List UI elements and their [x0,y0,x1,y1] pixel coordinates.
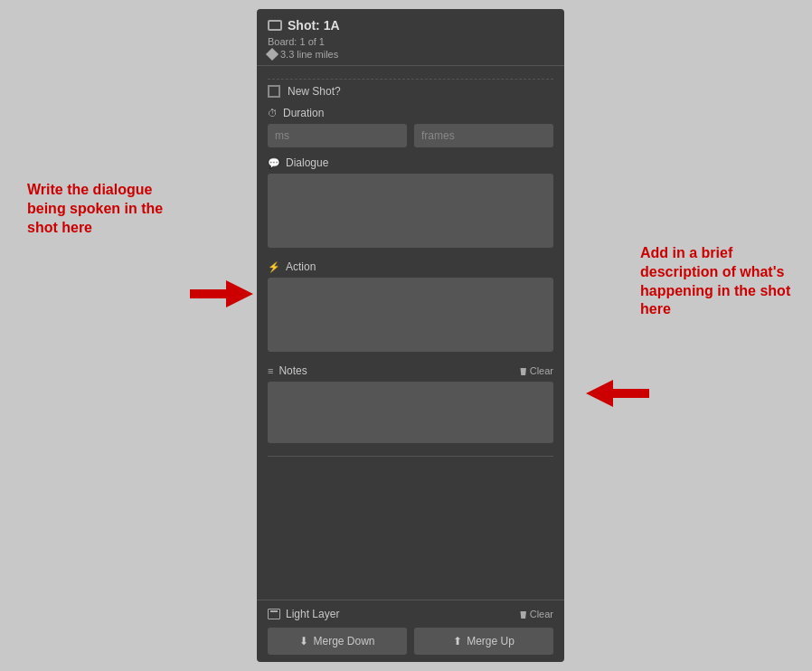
merge-down-label: Merge Down [313,635,374,647]
divider-2 [268,456,553,457]
svg-marker-1 [190,280,253,307]
notes-label: Notes [279,364,307,377]
dialogue-label: Dialogue [286,156,328,169]
arrow-left-icon [586,380,649,407]
clock-icon: ⏱ [268,108,278,118]
shot-title: Shot: 1A [288,18,340,33]
notes-header: ≡ Notes Clear [268,364,553,377]
merge-up-icon: ⬆ [453,635,462,647]
dialogue-icon: 💬 [268,157,280,169]
notes-textarea[interactable] [268,382,553,443]
duration-field: ⏱ Duration [268,107,553,147]
notes-clear-button[interactable]: Clear [520,365,553,376]
panel-title: Shot: 1A [268,18,553,33]
action-textarea[interactable] [268,278,553,352]
new-shot-checkbox[interactable] [268,85,280,98]
duration-label: Duration [283,107,324,119]
notes-icon: ≡ [268,365,273,376]
merge-up-label: Merge Up [467,635,515,647]
notes-field: ≡ Notes Clear [268,364,553,447]
duration-label-row: ⏱ Duration [268,107,553,119]
diamond-icon [266,48,279,61]
duration-inputs [268,124,553,147]
annotation-left: Write the dialogue being spoken in the s… [27,181,181,237]
merge-down-button[interactable]: ⬇ Merge Down [268,628,407,655]
merge-buttons: ⬇ Merge Down ⬆ Merge Up [268,628,553,655]
merge-up-button[interactable]: ⬆ Merge Up [414,628,553,655]
svg-marker-0 [586,380,649,407]
notes-label-row: ≡ Notes [268,364,307,377]
action-field: ⚡ Action [268,260,553,355]
new-shot-row: New Shot? [268,85,553,98]
light-layer-clear-button[interactable]: Clear [520,609,553,619]
divider-1 [268,79,553,80]
light-layer-header: Light Layer Clear [268,608,553,620]
annotation-right: Add in a brief description of what's hap… [640,244,794,319]
notes-trash-icon [520,366,527,375]
line-miles-value: 3.3 line miles [280,49,338,60]
merge-down-icon: ⬇ [299,635,308,647]
panel-content: New Shot? ⏱ Duration 💬 Dialogue ⚡ [257,66,564,600]
board-info: Board: 1 of 1 [268,36,553,47]
dialogue-field: 💬 Dialogue [268,156,553,251]
action-label-row: ⚡ Action [268,260,553,273]
shot-panel: Shot: 1A Board: 1 of 1 3.3 line miles Ne… [257,9,564,662]
light-layer-trash-icon [520,610,527,619]
notes-clear-label: Clear [530,365,553,376]
light-layer-label-row: Light Layer [268,608,339,620]
panel-header: Shot: 1A Board: 1 of 1 3.3 line miles [257,9,564,66]
panel-footer: Light Layer Clear ⬇ Merge Down ⬆ Merge U… [257,600,564,662]
dialogue-textarea[interactable] [268,174,553,248]
dialogue-label-row: 💬 Dialogue [268,156,553,169]
arrow-right-icon [190,280,253,307]
new-shot-label: New Shot? [288,85,341,98]
action-icon: ⚡ [268,261,280,273]
line-miles-row: 3.3 line miles [268,49,553,60]
light-layer-label: Light Layer [286,608,339,620]
light-layer-clear-label: Clear [530,609,553,619]
duration-frames-input[interactable] [414,124,553,147]
monitor-icon [268,20,282,31]
light-layer-icon [268,609,280,619]
action-label: Action [286,260,316,273]
duration-ms-input[interactable] [268,124,407,147]
